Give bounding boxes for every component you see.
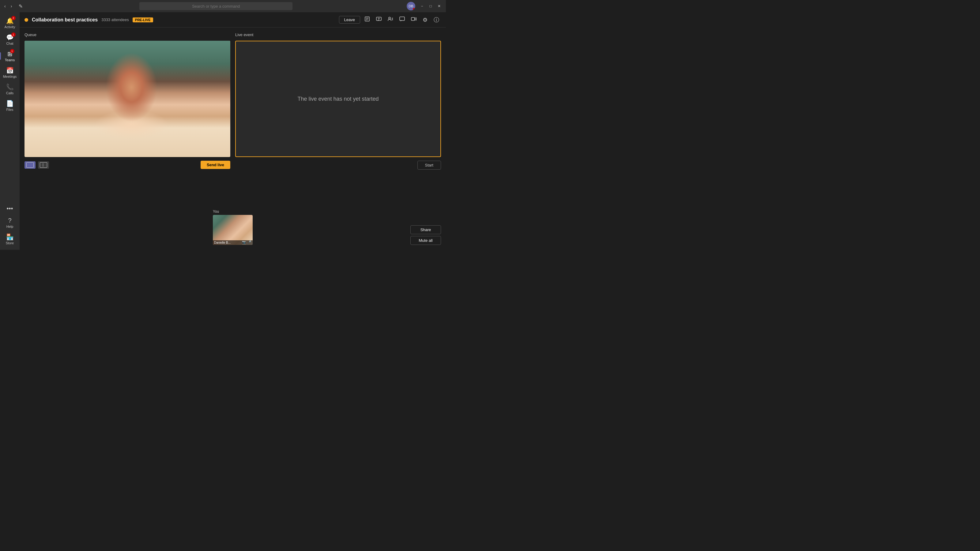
mic-icon: 🎤 bbox=[247, 240, 251, 244]
presenter-video bbox=[24, 41, 230, 157]
full-layout-icon bbox=[26, 162, 34, 168]
side-actions: Share Mute all bbox=[410, 225, 441, 245]
minimize-button[interactable]: − bbox=[418, 2, 426, 10]
participant-controls: 📷 🎤 bbox=[242, 240, 251, 244]
panels: Queue Send live bbox=[20, 27, 446, 207]
header-actions: Leave bbox=[339, 15, 441, 25]
layout-split-button[interactable] bbox=[38, 161, 49, 169]
chat-icon: 💬 1 bbox=[6, 34, 14, 41]
live-event-area: The live event has not yet started bbox=[235, 41, 441, 157]
store-icon: 🏪 bbox=[6, 233, 14, 241]
meetings-icon: 📅 bbox=[6, 67, 14, 74]
you-section: You Danielle B... 📷 🎤 bbox=[213, 210, 253, 245]
live-panel: Live event The live event has not yet st… bbox=[235, 32, 441, 202]
store-label: Store bbox=[6, 241, 14, 245]
forward-button[interactable]: › bbox=[9, 2, 14, 10]
calls-label: Calls bbox=[6, 91, 13, 95]
layout-options bbox=[24, 161, 49, 169]
close-button[interactable]: ✕ bbox=[435, 2, 444, 10]
attendee-list-button[interactable] bbox=[386, 15, 395, 24]
start-button[interactable]: Start bbox=[417, 161, 441, 170]
nav-controls: ‹ › bbox=[2, 2, 14, 10]
layout-full-button[interactable] bbox=[24, 161, 35, 169]
content-header: Collaboration best practices 3333 attend… bbox=[20, 12, 446, 27]
qa-icon bbox=[376, 16, 382, 22]
chat-label: Chat bbox=[6, 41, 13, 45]
files-icon: 📄 bbox=[6, 100, 14, 107]
qa-button[interactable] bbox=[374, 15, 383, 24]
sidebar-item-files[interactable]: 📄 Files bbox=[0, 97, 20, 114]
chat-panel-icon bbox=[399, 16, 405, 22]
avatar-status-dot bbox=[413, 8, 415, 10]
produce-button[interactable] bbox=[409, 15, 418, 24]
search-input[interactable] bbox=[139, 2, 293, 10]
produce-icon bbox=[411, 16, 417, 22]
svg-rect-10 bbox=[400, 17, 404, 21]
activity-badge: 2 bbox=[11, 16, 16, 20]
back-button[interactable]: ‹ bbox=[2, 2, 8, 10]
teams-icon: ⊞ 1 bbox=[7, 50, 13, 57]
meeting-notes-icon bbox=[364, 16, 370, 22]
activity-label: Activity bbox=[5, 25, 15, 29]
event-title-area: Collaboration best practices 3333 attend… bbox=[24, 17, 153, 23]
activity-icon: 🔔 2 bbox=[6, 17, 14, 24]
sidebar-bottom: ••• ? Help 🏪 Store bbox=[0, 203, 20, 250]
titlebar-left: ‹ › ✎ bbox=[2, 2, 25, 10]
not-started-message: The live event has not yet started bbox=[298, 96, 379, 102]
queue-controls: Send live bbox=[24, 159, 230, 170]
sidebar: 🔔 2 Activity 💬 1 Chat ⊞ 1 Teams 📅 Meetin… bbox=[0, 12, 20, 250]
queue-video-container bbox=[24, 41, 230, 157]
calls-icon: 📞 bbox=[6, 83, 14, 91]
sidebar-item-more[interactable]: ••• bbox=[0, 203, 20, 214]
main-content: Collaboration best practices 3333 attend… bbox=[20, 12, 446, 250]
send-live-button[interactable]: Send live bbox=[200, 161, 230, 169]
meetings-label: Meetings bbox=[3, 75, 17, 78]
leave-button[interactable]: Leave bbox=[339, 16, 360, 24]
share-button[interactable]: Share bbox=[410, 225, 441, 234]
bottom-area: You Danielle B... 📷 🎤 Share Mute all bbox=[20, 207, 446, 250]
live-indicator bbox=[24, 18, 28, 22]
info-button[interactable]: ⓘ bbox=[432, 15, 441, 25]
meeting-notes-button[interactable] bbox=[363, 15, 372, 24]
sidebar-item-meetings[interactable]: 📅 Meetings bbox=[0, 64, 20, 81]
attendee-list-icon bbox=[388, 16, 393, 22]
more-icon: ••• bbox=[6, 205, 13, 212]
sidebar-item-teams[interactable]: ⊞ 1 Teams bbox=[0, 48, 20, 64]
svg-point-5 bbox=[378, 18, 379, 19]
avatar-initials: DB bbox=[409, 4, 413, 8]
sidebar-item-store[interactable]: 🏪 Store bbox=[0, 231, 20, 247]
sidebar-item-help[interactable]: ? Help bbox=[0, 214, 20, 231]
window-controls: − □ ✕ bbox=[418, 2, 444, 10]
bottom-right: Share Mute all bbox=[253, 225, 441, 245]
chat-badge: 1 bbox=[11, 32, 16, 37]
video-icon: 📷 bbox=[242, 240, 246, 244]
live-controls: Start bbox=[235, 159, 441, 171]
chat-panel-button[interactable] bbox=[398, 15, 407, 24]
svg-rect-11 bbox=[411, 17, 415, 21]
participant-tile: Danielle B... 📷 🎤 bbox=[213, 215, 253, 245]
you-label: You bbox=[213, 210, 219, 214]
live-event-label: Live event bbox=[235, 32, 441, 37]
sidebar-item-activity[interactable]: 🔔 2 Activity bbox=[0, 15, 20, 31]
titlebar-right: DB − □ ✕ bbox=[407, 2, 444, 10]
titlebar: ‹ › ✎ DB − □ ✕ bbox=[0, 0, 446, 12]
sidebar-item-chat[interactable]: 💬 1 Chat bbox=[0, 31, 20, 48]
queue-label: Queue bbox=[24, 32, 230, 37]
teams-label: Teams bbox=[5, 58, 15, 62]
attendees-count: 3333 attendees bbox=[101, 17, 129, 22]
settings-button[interactable]: ⚙ bbox=[421, 15, 430, 24]
sidebar-item-calls[interactable]: 📞 Calls bbox=[0, 81, 20, 97]
files-label: Files bbox=[6, 108, 13, 111]
avatar[interactable]: DB bbox=[407, 2, 415, 10]
mute-all-button[interactable]: Mute all bbox=[410, 236, 441, 245]
help-label: Help bbox=[6, 225, 13, 229]
pre-live-badge: PRE-LIVE bbox=[133, 17, 153, 22]
split-layout-icon bbox=[40, 162, 47, 168]
queue-panel: Queue Send live bbox=[24, 32, 230, 202]
maximize-button[interactable]: □ bbox=[426, 2, 435, 10]
compose-button[interactable]: ✎ bbox=[16, 2, 25, 10]
app-body: 🔔 2 Activity 💬 1 Chat ⊞ 1 Teams 📅 Meetin… bbox=[0, 12, 446, 250]
event-title: Collaboration best practices bbox=[32, 17, 98, 23]
help-icon: ? bbox=[8, 217, 11, 224]
teams-badge: 1 bbox=[10, 49, 14, 53]
